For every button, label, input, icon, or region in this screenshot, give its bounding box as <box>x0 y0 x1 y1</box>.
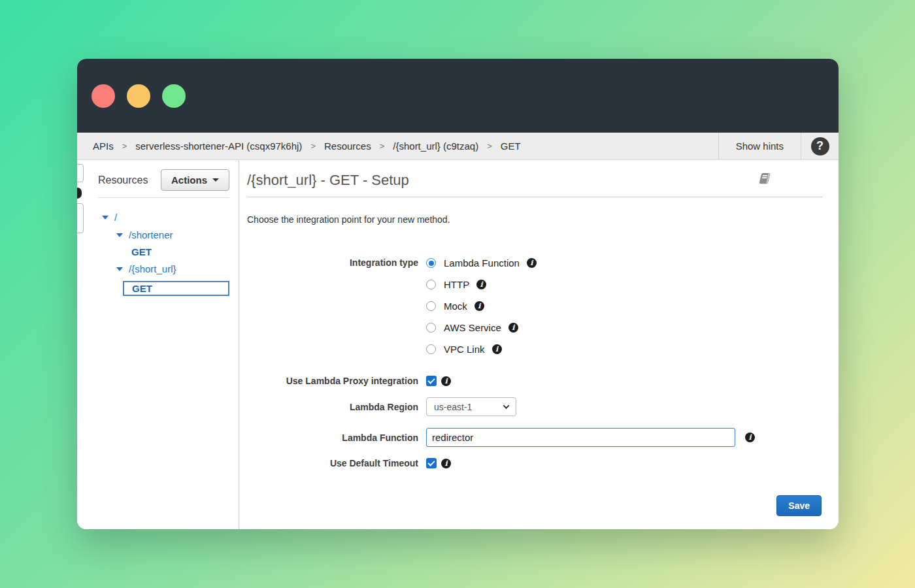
info-icon[interactable] <box>492 344 502 354</box>
breadcrumb-resource-path[interactable]: /{short_url} (c9tzaq) <box>393 140 478 152</box>
breadcrumb-trail: APIs > serverless-shortener-API (csqx97k… <box>77 133 718 159</box>
lambda-region-select[interactable]: us-east-1 <box>426 397 516 416</box>
breadcrumb-separator: > <box>122 141 127 151</box>
proxy-checkbox[interactable] <box>426 376 437 386</box>
intro-text: Choose the integration point for your ne… <box>247 214 823 225</box>
sidebar-title: Resources <box>93 174 148 186</box>
title-divider <box>247 197 823 197</box>
tree-item-short-url[interactable]: /{short_url} <box>93 260 229 278</box>
sidebar-divider <box>98 197 229 198</box>
radio-lambda-function[interactable] <box>426 258 436 268</box>
option-aws-service: AWS Service <box>426 317 537 338</box>
resource-link[interactable]: /{short_url} <box>129 263 176 274</box>
chevron-down-icon <box>212 178 219 182</box>
tree-item-shortener[interactable]: /shortener <box>93 226 229 244</box>
help-section: ? <box>801 133 839 159</box>
method-setup-pane: /{short_url} - GET - Setup Choose the in… <box>239 160 839 529</box>
resource-link[interactable]: /shortener <box>129 229 173 240</box>
option-mock: Mock <box>426 295 537 317</box>
breadcrumb: APIs > serverless-shortener-API (csqx97k… <box>77 133 839 160</box>
breadcrumb-method[interactable]: GET <box>501 140 521 152</box>
radio-mock[interactable] <box>426 301 436 311</box>
selected-region-value: us-east-1 <box>434 402 472 412</box>
breadcrumb-separator: > <box>310 141 316 151</box>
tree-item-short-url-get: GET <box>93 279 229 298</box>
tree-item-root[interactable]: / <box>93 208 229 226</box>
method-link[interactable]: GET <box>131 246 152 257</box>
left-gutter <box>77 160 88 529</box>
info-icon[interactable] <box>527 258 537 268</box>
info-icon[interactable] <box>441 376 451 386</box>
info-icon[interactable] <box>474 301 484 311</box>
show-hints-button[interactable]: Show hints <box>718 133 801 159</box>
integration-type-label: Integration type <box>247 252 418 360</box>
cutoff-panel-edge <box>77 203 84 233</box>
actions-dropdown-button[interactable]: Actions <box>161 169 229 191</box>
info-icon[interactable] <box>476 280 486 289</box>
breadcrumb-separator: > <box>487 141 492 151</box>
resources-sidebar: Resources Actions / /shortener GET <box>88 160 239 529</box>
option-vpc-link: VPC Link <box>426 338 537 360</box>
option-lambda-function: Lambda Function <box>426 252 537 274</box>
lambda-region-label: Lambda Region <box>247 402 418 412</box>
lambda-function-input[interactable] <box>426 428 735 447</box>
lambda-function-label: Lambda Function <box>247 433 418 443</box>
maximize-window-button[interactable] <box>162 84 186 108</box>
info-icon[interactable] <box>508 323 518 333</box>
minimize-window-button[interactable] <box>127 84 150 108</box>
selected-method-link[interactable]: GET <box>123 281 229 296</box>
option-label: AWS Service <box>444 322 501 333</box>
book-icon[interactable] <box>757 172 772 188</box>
breadcrumb-separator: > <box>380 141 385 151</box>
integration-type-options: Lambda Function HTTP Mock <box>426 252 537 360</box>
radio-aws-service[interactable] <box>426 323 436 333</box>
option-label: HTTP <box>444 279 469 290</box>
content-area: Resources Actions / /shortener GET <box>77 160 839 529</box>
resource-link[interactable]: / <box>114 212 117 223</box>
page-title: /{short_url} - GET - Setup <box>247 171 409 189</box>
help-icon[interactable]: ? <box>811 137 829 155</box>
option-label: VPC Link <box>444 344 485 355</box>
resource-tree: / /shortener GET /{short_url} GET <box>93 208 229 298</box>
option-label: Mock <box>444 301 467 312</box>
info-icon[interactable] <box>745 433 755 442</box>
save-button[interactable]: Save <box>776 495 822 516</box>
proxy-integration-row: Use Lambda Proxy integration <box>247 376 823 386</box>
default-timeout-row: Use Default Timeout <box>247 458 823 468</box>
actions-button-label: Actions <box>171 174 207 186</box>
option-label: Lambda Function <box>444 257 520 269</box>
close-window-button[interactable] <box>92 84 115 108</box>
window-titlebar <box>77 59 839 133</box>
expand-arrow-icon[interactable] <box>116 233 123 237</box>
breadcrumb-apis[interactable]: APIs <box>93 140 114 152</box>
cutoff-panel-edge <box>77 164 84 182</box>
info-icon[interactable] <box>441 459 451 468</box>
option-http: HTTP <box>426 274 537 295</box>
lambda-region-row: Lambda Region us-east-1 <box>247 397 823 416</box>
default-timeout-label: Use Default Timeout <box>247 458 418 468</box>
radio-http[interactable] <box>426 280 436 289</box>
chevron-down-icon <box>503 402 510 409</box>
radio-vpc-link[interactable] <box>426 344 436 354</box>
breadcrumb-api-name[interactable]: serverless-shortener-API (csqx97k6hj) <box>135 140 302 152</box>
expand-arrow-icon[interactable] <box>116 267 123 271</box>
tree-item-shortener-get[interactable]: GET <box>93 244 229 260</box>
collapse-panel-handle-icon[interactable] <box>77 188 82 199</box>
proxy-label: Use Lambda Proxy integration <box>247 376 418 386</box>
setup-form: Integration type Lambda Function HTTP <box>247 252 823 468</box>
browser-window: APIs > serverless-shortener-API (csqx97k… <box>77 59 839 529</box>
timeout-checkbox[interactable] <box>426 458 437 468</box>
integration-type-group: Integration type Lambda Function HTTP <box>247 252 823 360</box>
expand-arrow-icon[interactable] <box>102 216 108 220</box>
breadcrumb-resources[interactable]: Resources <box>324 140 371 152</box>
show-hints-label: Show hints <box>736 140 784 152</box>
lambda-function-row: Lambda Function <box>247 428 823 447</box>
